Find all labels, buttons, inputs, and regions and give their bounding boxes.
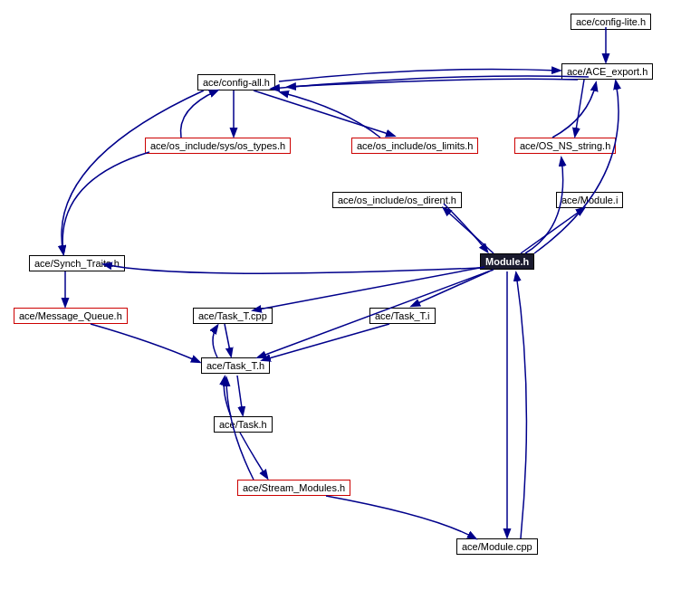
node-os-dirent[interactable]: ace/os_include/os_dirent.h	[332, 192, 462, 208]
svg-line-11	[225, 324, 231, 356]
svg-line-4	[444, 208, 494, 253]
dependency-arrows	[0, 0, 700, 609]
svg-line-13	[237, 376, 243, 414]
node-Task-h[interactable]: ace/Task.h	[214, 416, 273, 433]
svg-line-12	[263, 324, 389, 360]
node-Message-Queue[interactable]: ace/Message_Queue.h	[14, 308, 128, 324]
svg-line-1	[575, 80, 584, 136]
graph-container: ace/config-lite.h ace/ACE_export.h ace/c…	[0, 0, 700, 609]
node-Module-cpp[interactable]: ace/Module.cpp	[456, 538, 538, 555]
node-Module-h[interactable]: Module.h	[480, 253, 534, 270]
node-Synch-Traits[interactable]: ace/Synch_Traits.h	[29, 255, 125, 271]
node-OS-NS-string[interactable]: ace/OS_NS_string.h	[514, 138, 616, 154]
node-Module-i[interactable]: ace/Module.i	[556, 192, 623, 208]
node-ACE-export[interactable]: ace/ACE_export.h	[561, 63, 653, 80]
node-Task-T-i[interactable]: ace/Task_T.i	[369, 308, 436, 324]
node-Stream-Modules[interactable]: ace/Stream_Modules.h	[237, 480, 350, 496]
svg-line-5	[521, 208, 584, 253]
node-os-types[interactable]: ace/os_include/sys/os_types.h	[145, 138, 291, 154]
node-config-all[interactable]: ace/config-all.h	[197, 74, 275, 90]
node-config-lite[interactable]: ace/config-lite.h	[571, 14, 651, 30]
svg-line-7	[412, 271, 489, 306]
node-Task-T-cpp[interactable]: ace/Task_T.cpp	[193, 308, 273, 324]
svg-line-3	[254, 90, 394, 136]
node-os-limits[interactable]: ace/os_include/os_limits.h	[351, 138, 478, 154]
svg-line-9	[254, 267, 484, 310]
node-Task-T-h[interactable]: ace/Task_T.h	[201, 357, 270, 374]
